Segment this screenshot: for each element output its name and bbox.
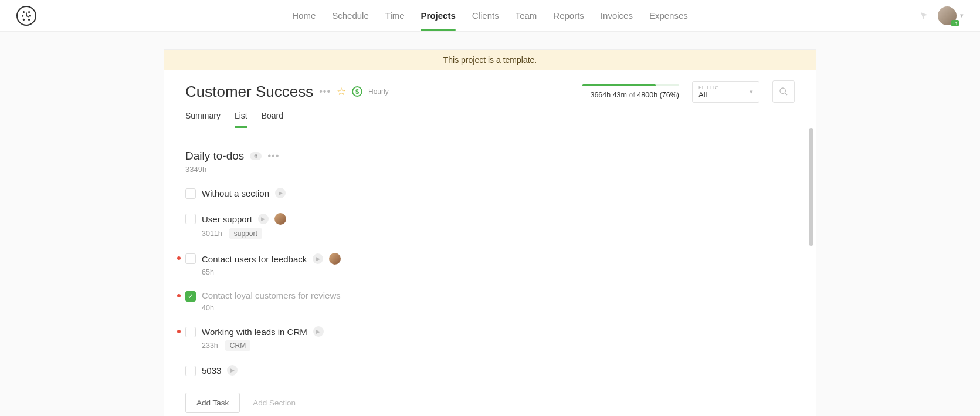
task-row[interactable]: User support▶3011hsupport	[185, 209, 795, 245]
play-icon[interactable]: ▶	[258, 214, 269, 224]
task-row[interactable]: Without a section▶	[185, 184, 795, 205]
progress-text: 3664h 43m of 4800h (76%)	[582, 91, 679, 99]
filter-value: All	[698, 90, 742, 99]
task-checkbox[interactable]	[185, 327, 196, 337]
user-avatar: In	[938, 6, 957, 25]
progress-bar	[582, 84, 679, 86]
task-hours: 3011h	[202, 229, 222, 238]
assignee-avatar[interactable]	[329, 253, 341, 265]
nav-item-schedule[interactable]: Schedule	[332, 0, 369, 31]
task-checkbox[interactable]	[185, 366, 196, 376]
scrollbar[interactable]	[809, 128, 813, 246]
svg-point-5	[30, 15, 30, 16]
task-row[interactable]: ✓Contact loyal customers for reviews40h	[185, 287, 795, 318]
filter-label: FILTER:	[698, 84, 742, 90]
search-icon	[779, 87, 788, 96]
task-row[interactable]: Working with leads in CRM▶233hCRM	[185, 323, 795, 357]
priority-dot-icon	[177, 256, 181, 260]
avatar-status-badge: In	[951, 20, 959, 26]
nav-item-home[interactable]: Home	[292, 0, 316, 31]
task-checkbox[interactable]	[185, 253, 196, 264]
nav-item-clients[interactable]: Clients	[472, 0, 499, 31]
search-button[interactable]	[772, 80, 795, 103]
task-row[interactable]: Contact users for feedback▶65h	[185, 249, 795, 282]
project-panel: This project is a template. Customer Suc…	[164, 49, 816, 416]
rate-type-label: Hourly	[368, 87, 389, 96]
user-menu[interactable]: In ▾	[938, 6, 964, 25]
add-task-button[interactable]: Add Task	[185, 393, 240, 413]
task-title: 5033	[202, 366, 221, 376]
task-title: Without a section	[202, 188, 269, 198]
svg-point-4	[22, 15, 23, 16]
task-tag[interactable]: support	[229, 228, 262, 239]
nav-item-expenses[interactable]: Expenses	[649, 0, 688, 31]
task-title: Contact users for feedback	[202, 254, 307, 264]
svg-point-7	[29, 19, 29, 19]
nav-item-reports[interactable]: Reports	[553, 0, 584, 31]
task-hours: 233h	[202, 341, 218, 350]
add-section-link[interactable]: Add Section	[253, 398, 296, 407]
task-title: Contact loyal customers for reviews	[202, 290, 341, 300]
assignee-avatar[interactable]	[274, 213, 286, 225]
priority-dot-icon	[177, 294, 181, 297]
task-title: Working with leads in CRM	[202, 327, 307, 337]
nav-item-time[interactable]: Time	[385, 0, 405, 31]
section-header: Daily to-dos 6 •••	[185, 150, 795, 163]
project-more-icon[interactable]: •••	[319, 86, 331, 97]
task-title: User support	[202, 214, 252, 224]
task-checkbox[interactable]	[185, 214, 196, 224]
section-count-badge: 6	[250, 152, 262, 160]
view-tab-board[interactable]: Board	[262, 111, 283, 128]
svg-point-2	[23, 11, 24, 12]
section-hours: 3349h	[185, 165, 795, 174]
play-icon[interactable]: ▶	[227, 365, 238, 376]
svg-point-6	[23, 19, 24, 19]
svg-line-9	[785, 93, 787, 95]
star-icon[interactable]: ☆	[337, 85, 346, 98]
task-checkbox[interactable]: ✓	[185, 291, 196, 302]
play-icon[interactable]: ▶	[313, 253, 323, 264]
chevron-down-icon: ▾	[750, 88, 753, 96]
project-header: Customer Success ••• ☆ $ Hourly 3664h 43…	[164, 70, 816, 128]
chevron-down-icon: ▾	[960, 12, 964, 19]
task-row[interactable]: 5033▶	[185, 361, 795, 382]
section-more-icon[interactable]: •••	[267, 151, 279, 161]
svg-point-8	[780, 88, 785, 93]
nav-item-invoices[interactable]: Invoices	[601, 0, 633, 31]
play-icon[interactable]: ▶	[275, 188, 286, 198]
nav-item-projects[interactable]: Projects	[421, 0, 456, 31]
rate-type-icon: $	[352, 86, 362, 97]
task-hours: 40h	[202, 304, 214, 312]
project-title: Customer Success	[185, 83, 313, 101]
section-title: Daily to-dos	[185, 150, 244, 163]
content-area: Daily to-dos 6 ••• 3349h Without a secti…	[164, 128, 816, 416]
progress-block: 3664h 43m of 4800h (76%)	[582, 84, 679, 99]
task-tag[interactable]: CRM	[225, 340, 250, 351]
play-icon[interactable]: ▶	[313, 326, 324, 337]
svg-line-1	[26, 16, 29, 17]
top-nav: HomeScheduleTimeProjectsClientsTeamRepor…	[0, 0, 980, 32]
view-tab-summary[interactable]: Summary	[185, 111, 221, 128]
task-checkbox[interactable]	[185, 188, 196, 199]
app-logo[interactable]	[16, 6, 36, 26]
template-banner: This project is a template.	[164, 50, 816, 70]
view-tab-list[interactable]: List	[235, 111, 247, 128]
notifications-icon[interactable]	[919, 11, 930, 21]
filter-dropdown[interactable]: FILTER: All ▾	[692, 81, 759, 103]
svg-point-3	[29, 11, 29, 12]
nav-item-team[interactable]: Team	[516, 0, 537, 31]
priority-dot-icon	[177, 330, 181, 333]
task-hours: 65h	[202, 268, 214, 276]
